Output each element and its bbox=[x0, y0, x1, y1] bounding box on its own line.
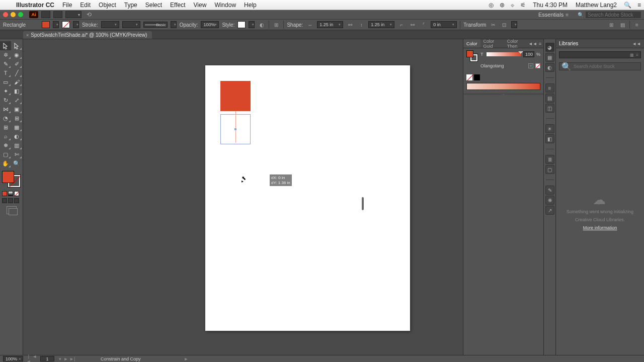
dock-color-guide-icon[interactable]: ◐ bbox=[545, 63, 554, 72]
type-tool[interactable]: T bbox=[0, 68, 11, 77]
arrange-docs-2-icon[interactable]: ▤ bbox=[618, 21, 626, 29]
corner-radius-input[interactable]: 0 in bbox=[431, 21, 457, 28]
menu-select[interactable]: Select bbox=[141, 2, 166, 9]
dock-color-icon[interactable]: ◕ bbox=[545, 43, 554, 52]
hand-tool[interactable]: ✋ bbox=[0, 159, 11, 168]
color-mode-none[interactable] bbox=[14, 191, 19, 196]
clock[interactable]: Thu 4:30 PM bbox=[529, 2, 572, 9]
header-tool-2[interactable] bbox=[53, 11, 62, 18]
adobe-stock-search[interactable]: 🔍 bbox=[578, 12, 641, 18]
gradient-tool[interactable]: ▦ bbox=[11, 123, 22, 132]
first-artboard-button[interactable]: |◄ bbox=[26, 354, 31, 363]
grid-view-icon[interactable]: ▦ bbox=[630, 53, 634, 57]
screen-mode-button[interactable] bbox=[7, 206, 17, 214]
blend-tool[interactable]: ◐ bbox=[11, 132, 22, 141]
panel-menu-icon[interactable]: ≡ bbox=[633, 21, 641, 29]
spotlight-icon[interactable]: 🔍 bbox=[621, 2, 634, 9]
draw-behind[interactable] bbox=[8, 198, 13, 203]
sync-status-icon[interactable]: ⟲ bbox=[87, 11, 92, 18]
draw-normal[interactable] bbox=[2, 198, 7, 203]
selection-tool[interactable] bbox=[0, 41, 11, 50]
dock-graphic-styles-icon[interactable]: ◧ bbox=[545, 134, 554, 143]
window-zoom-button[interactable] bbox=[18, 12, 23, 17]
libraries-title[interactable]: Libraries bbox=[559, 41, 578, 46]
canvas[interactable]: ⬉ dX: 0 in dY: 1.36 in bbox=[23, 39, 463, 355]
style-dropdown[interactable] bbox=[249, 21, 255, 28]
dropbox-icon[interactable]: ⟐ bbox=[508, 2, 517, 9]
dock-layers-icon[interactable]: ≣ bbox=[545, 155, 554, 164]
lasso-tool[interactable]: ◉ bbox=[11, 50, 22, 59]
dock-stroke-icon[interactable]: ≡ bbox=[545, 83, 554, 93]
eraser-tool[interactable]: ◧ bbox=[11, 86, 22, 96]
fill-stroke-indicator[interactable] bbox=[1, 170, 21, 188]
libraries-collapse-icon[interactable]: ◄◄ bbox=[632, 41, 641, 46]
graph-tool[interactable]: ▥ bbox=[11, 141, 22, 150]
brush-dropdown[interactable] bbox=[171, 21, 177, 28]
dock-asset-export-icon[interactable]: ↗ bbox=[545, 206, 554, 215]
eyedropper-tool[interactable]: ⌕ bbox=[0, 132, 11, 141]
menu-type[interactable]: Type bbox=[120, 2, 141, 9]
align-icon[interactable]: ⊞ bbox=[272, 21, 280, 29]
opacity-input[interactable]: 100% bbox=[201, 21, 219, 28]
paintbrush-tool[interactable]: 🖌 bbox=[11, 77, 22, 86]
line-tool[interactable]: ╱ bbox=[11, 68, 22, 77]
library-search[interactable]: 🔍 bbox=[559, 62, 641, 70]
tab-color-themes[interactable]: Color Then bbox=[504, 39, 528, 48]
header-tool-1[interactable] bbox=[41, 11, 50, 18]
menu-view[interactable]: View bbox=[190, 2, 211, 9]
last-artboard-button[interactable]: ►| bbox=[69, 356, 74, 361]
scale-tool[interactable]: ⤢ bbox=[11, 96, 22, 105]
dock-gradient-icon[interactable]: ▤ bbox=[545, 94, 554, 103]
artboard-tool[interactable]: ▢ bbox=[0, 150, 11, 159]
tint-ramp[interactable] bbox=[466, 83, 540, 90]
tab-color[interactable]: Color bbox=[463, 39, 480, 48]
close-tab-icon[interactable]: × bbox=[26, 33, 29, 38]
dock-appearance-icon[interactable]: ☀ bbox=[545, 124, 554, 133]
height-input[interactable]: 1.25 in bbox=[368, 21, 394, 28]
next-artboard-button[interactable]: ► bbox=[63, 356, 68, 361]
dock-brushes-icon[interactable]: ✎ bbox=[545, 186, 554, 195]
corner-link-icon[interactable]: ⚯ bbox=[409, 21, 417, 29]
menu-object[interactable]: Object bbox=[95, 2, 120, 9]
status-arrow-icon[interactable]: ► bbox=[184, 356, 189, 361]
document-tab[interactable]: × SpotSwatchTintShade.ai* @ 100% (CMYK/P… bbox=[23, 31, 152, 39]
library-selector[interactable]: ▦ ≡ bbox=[559, 51, 641, 58]
wifi-icon[interactable]: ⚟ bbox=[517, 2, 529, 9]
mesh-tool[interactable]: ⊞ bbox=[0, 123, 11, 132]
layout-dropdown[interactable] bbox=[65, 11, 82, 18]
dock-symbols-icon[interactable]: ❋ bbox=[545, 196, 554, 205]
align-to-icon[interactable]: ⊡ bbox=[500, 21, 508, 29]
stroke-swatch[interactable] bbox=[62, 21, 70, 28]
shape-rectangle-dragging[interactable]: ⬉ dX: 0 in dY: 1.36 in bbox=[220, 114, 251, 144]
zoom-level[interactable]: 100% bbox=[3, 356, 23, 361]
panel-fill-stroke[interactable] bbox=[466, 50, 477, 61]
shape-builder-tool[interactable]: ◔ bbox=[0, 114, 11, 123]
shaper-tool[interactable]: ✦ bbox=[0, 86, 11, 96]
draw-inside[interactable] bbox=[14, 198, 19, 203]
stock-search-input[interactable] bbox=[586, 12, 641, 18]
slice-tool[interactable]: ✄ bbox=[11, 150, 22, 159]
fill-dropdown[interactable] bbox=[53, 21, 59, 28]
artboard-dropdown[interactable]: ▾ bbox=[57, 356, 62, 361]
isolate-icon[interactable]: ✂ bbox=[489, 21, 497, 29]
width-tool[interactable]: ⋈ bbox=[0, 105, 11, 114]
library-search-input[interactable] bbox=[574, 64, 638, 69]
window-close-button[interactable] bbox=[3, 12, 8, 17]
menu-window[interactable]: Window bbox=[210, 2, 240, 9]
free-transform-tool[interactable]: ▣ bbox=[11, 105, 22, 114]
window-minimize-button[interactable] bbox=[11, 12, 16, 17]
panel-menu-icon[interactable]: ≡ bbox=[539, 41, 541, 46]
stroke-dropdown[interactable] bbox=[73, 21, 79, 28]
dock-transparency-icon[interactable]: ◫ bbox=[545, 104, 554, 113]
scrollbar-thumb[interactable] bbox=[362, 197, 364, 210]
notifications-icon[interactable]: ≡ bbox=[634, 2, 644, 9]
tab-color-guide[interactable]: Color Guid bbox=[480, 39, 504, 48]
tint-value-input[interactable]: 100 bbox=[523, 51, 534, 57]
panel-collapse-icon[interactable]: ◄◄ bbox=[528, 41, 537, 46]
color-mode-fill[interactable] bbox=[2, 191, 7, 196]
menu-app[interactable]: Illustrator CC bbox=[12, 2, 58, 9]
user-name[interactable]: Matthew Lang2 bbox=[572, 2, 621, 9]
prev-artboard-button[interactable]: ◄ bbox=[32, 354, 37, 363]
menu-file[interactable]: File bbox=[58, 2, 76, 9]
black-color-icon[interactable] bbox=[474, 74, 480, 80]
